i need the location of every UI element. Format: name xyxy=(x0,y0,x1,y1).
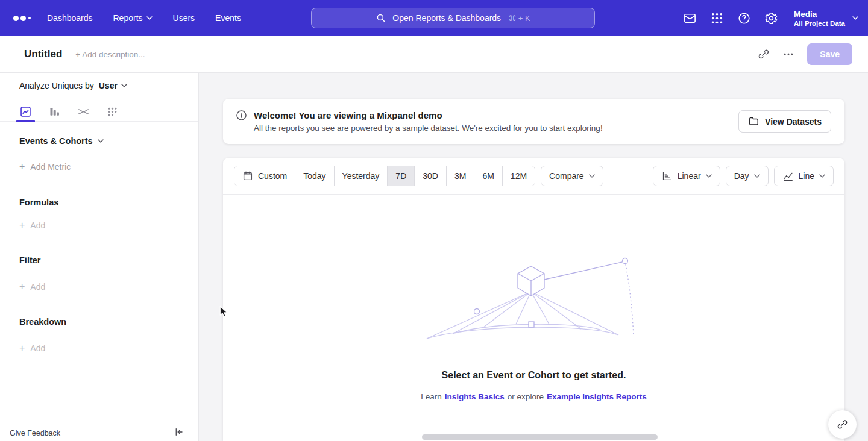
scale-linear-button[interactable]: Linear xyxy=(653,166,720,186)
analyze-by-label: Analyze Uniques by xyxy=(19,81,94,90)
add-filter-button[interactable]: + Add xyxy=(19,282,45,292)
formulas-header: Formulas xyxy=(19,198,58,207)
events-cohorts-header[interactable]: Events & Cohorts xyxy=(19,136,104,146)
tab-insights[interactable] xyxy=(17,102,34,121)
nav-dashboards[interactable]: Dashboards xyxy=(47,13,93,23)
range-30d[interactable]: 30D xyxy=(414,166,446,186)
collapse-sidebar-icon[interactable] xyxy=(173,427,184,437)
range-yesterday[interactable]: Yesterday xyxy=(334,166,388,186)
add-formula-button[interactable]: + Add xyxy=(19,220,45,230)
range-12m[interactable]: 12M xyxy=(502,166,535,186)
range-custom-label: Custom xyxy=(258,171,287,181)
chart-type-label: Line xyxy=(799,171,814,181)
save-button[interactable]: Save xyxy=(807,43,852,65)
range-label: 7D xyxy=(395,171,406,181)
help-icon[interactable] xyxy=(737,11,751,25)
search-icon xyxy=(376,13,386,23)
calendar-icon xyxy=(242,170,253,181)
range-label: 12M xyxy=(511,171,527,181)
chart-toolbar: Custom Today Yesterday 7D 30D 3M 6M 12M … xyxy=(223,158,844,195)
range-label: 3M xyxy=(454,171,466,181)
flows-icon xyxy=(77,105,90,118)
empty-state-illustration xyxy=(420,254,649,348)
report-type-tabs xyxy=(0,102,198,122)
funnel-bars-icon xyxy=(48,105,61,118)
example-insights-reports-link[interactable]: Example Insights Reports xyxy=(547,392,647,401)
filter-header: Filter xyxy=(19,255,40,265)
compare-label: Compare xyxy=(549,171,584,181)
plus-icon: + xyxy=(19,162,25,172)
chevron-down-icon xyxy=(706,174,712,178)
analyze-by-dropdown[interactable]: User xyxy=(99,81,127,90)
compare-button[interactable]: Compare xyxy=(541,166,603,186)
chart-type-line-button[interactable]: Line xyxy=(774,166,834,186)
apps-grid-icon[interactable] xyxy=(710,11,724,25)
global-search[interactable]: Open Reports & Dashboards ⌘ + K xyxy=(311,8,595,28)
horizontal-scrollbar[interactable] xyxy=(422,434,658,440)
empty-state-title: Select an Event or Cohort to get started… xyxy=(223,370,844,381)
breakdown-header: Breakdown xyxy=(19,317,66,327)
range-custom[interactable]: Custom xyxy=(234,166,295,186)
add-metric-button[interactable]: + Add Metric xyxy=(19,162,71,172)
chevron-down-icon xyxy=(819,174,825,178)
range-label: 30D xyxy=(423,171,438,181)
chevron-down-icon xyxy=(589,174,595,178)
breakdown-label: Breakdown xyxy=(19,317,66,327)
main-content: Welcome! You are viewing a Mixpanel demo… xyxy=(200,73,868,441)
add-breakdown-label: Add xyxy=(30,343,45,353)
inbox-icon[interactable] xyxy=(683,11,697,25)
tab-retention[interactable] xyxy=(104,102,121,121)
retention-grid-icon xyxy=(106,105,119,118)
range-6m[interactable]: 6M xyxy=(474,166,502,186)
mixpanel-logo[interactable] xyxy=(10,16,37,21)
primary-nav: Dashboards Reports Users Events xyxy=(47,13,241,23)
tab-flows[interactable] xyxy=(75,102,92,121)
report-header: Untitled + Add description... Save xyxy=(0,36,868,73)
scale-label: Linear xyxy=(678,171,701,181)
view-datasets-label: View Datasets xyxy=(765,117,822,127)
add-metric-label: Add Metric xyxy=(30,162,71,172)
give-feedback-link[interactable]: Give Feedback xyxy=(10,429,60,437)
range-3m[interactable]: 3M xyxy=(446,166,474,186)
range-label: Yesterday xyxy=(342,171,380,181)
axis-chart-icon xyxy=(661,170,673,182)
top-navbar: Dashboards Reports Users Events Open Rep… xyxy=(0,0,868,36)
search-shortcut: ⌘ + K xyxy=(508,14,530,23)
nav-reports[interactable]: Reports xyxy=(113,13,153,23)
empty-sub-text: or explore xyxy=(508,392,544,401)
more-options-icon[interactable] xyxy=(782,48,794,60)
report-card: Custom Today Yesterday 7D 30D 3M 6M 12M … xyxy=(223,158,844,441)
view-datasets-button[interactable]: View Datasets xyxy=(738,110,831,133)
events-cohorts-label: Events & Cohorts xyxy=(19,136,93,146)
nav-events[interactable]: Events xyxy=(215,13,241,23)
nav-users[interactable]: Users xyxy=(173,13,195,23)
insights-basics-link[interactable]: Insights Basics xyxy=(445,392,505,401)
navbar-actions: Media All Project Data xyxy=(683,9,858,27)
nav-users-label: Users xyxy=(173,13,195,23)
copy-link-icon[interactable] xyxy=(758,48,770,60)
insights-chart-icon xyxy=(19,105,32,118)
nav-reports-label: Reports xyxy=(113,13,143,23)
range-7d[interactable]: 7D xyxy=(387,166,414,186)
plus-icon: + xyxy=(19,282,25,292)
banner-body: All the reports you see are powered by a… xyxy=(254,124,603,133)
report-title[interactable]: Untitled xyxy=(24,48,62,60)
analyze-by-value: User xyxy=(99,81,118,90)
settings-gear-icon[interactable] xyxy=(764,11,778,25)
formulas-label: Formulas xyxy=(19,198,58,207)
share-link-fab[interactable] xyxy=(828,410,857,439)
granularity-label: Day xyxy=(734,171,749,181)
plus-icon: + xyxy=(19,343,25,353)
add-description-field[interactable]: + Add description... xyxy=(75,50,145,59)
granularity-day-button[interactable]: Day xyxy=(726,166,769,186)
chevron-down-icon xyxy=(121,84,127,87)
empty-sub-text: Learn xyxy=(421,392,442,401)
project-scope: All Project Data xyxy=(794,20,845,27)
nav-dashboards-label: Dashboards xyxy=(47,13,93,23)
project-switcher[interactable]: Media All Project Data xyxy=(794,9,858,27)
tab-funnels[interactable] xyxy=(46,102,63,121)
range-today[interactable]: Today xyxy=(295,166,333,186)
add-breakdown-button[interactable]: + Add xyxy=(19,343,45,353)
chevron-down-icon xyxy=(98,139,104,143)
banner-title: Welcome! You are viewing a Mixpanel demo xyxy=(254,110,603,120)
